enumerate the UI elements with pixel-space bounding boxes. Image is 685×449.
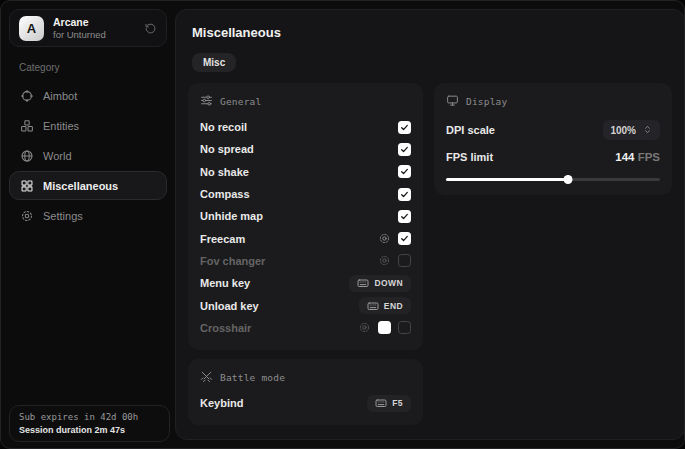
setting-label: Keybind xyxy=(200,397,243,409)
slider-thumb[interactable] xyxy=(563,175,572,184)
setting-controls: DOWN xyxy=(349,275,411,292)
gear-icon[interactable] xyxy=(378,232,391,245)
sidebar-item-entities[interactable]: Entities xyxy=(9,111,167,140)
display-card-header: Display xyxy=(446,94,660,109)
sidebar-item-aimbot[interactable]: Aimbot xyxy=(9,81,167,110)
setting-label: Fov changer xyxy=(200,255,265,267)
left-column: General No recoilNo spreadNo shakeCompas… xyxy=(188,83,423,425)
setting-controls xyxy=(398,143,411,156)
setting-row-compass: Compass xyxy=(200,183,411,205)
grid-icon xyxy=(20,179,34,193)
keyboard-icon xyxy=(375,397,387,409)
sidebar-item-label: Entities xyxy=(43,120,79,132)
setting-label: Compass xyxy=(200,188,250,200)
sidebar-nav: AimbotEntitiesWorldMiscellaneousSettings xyxy=(9,81,167,231)
checkbox-compass[interactable] xyxy=(398,188,411,201)
checkbox-no-shake[interactable] xyxy=(398,165,411,178)
general-card-header: General xyxy=(200,94,411,109)
setting-row-keybind: KeybindF5 xyxy=(200,392,411,414)
subscription-status-card: Sub expires in 42d 00h Session duration … xyxy=(9,405,170,442)
sidebar-item-label: Settings xyxy=(43,210,83,222)
fps-limit-slider[interactable] xyxy=(446,175,660,184)
right-column: Display DPI scale 100% FPS limit 144 xyxy=(434,83,672,195)
refresh-icon[interactable] xyxy=(144,22,157,35)
dpi-scale-select[interactable]: 100% xyxy=(603,120,660,140)
setting-row-fov-changer: Fov changer xyxy=(200,250,411,272)
gear-icon[interactable] xyxy=(378,254,391,267)
setting-label: Menu key xyxy=(200,277,250,289)
setting-label: Crosshair xyxy=(200,322,251,334)
dpi-scale-row: DPI scale 100% xyxy=(446,120,660,140)
color-swatch[interactable] xyxy=(378,321,391,334)
setting-controls: F5 xyxy=(367,395,411,412)
setting-label: Unload key xyxy=(200,300,259,312)
sidebar-item-world[interactable]: World xyxy=(9,141,167,170)
keybind-button-unload-key[interactable]: END xyxy=(359,297,411,314)
sidebar-item-label: Miscellaneous xyxy=(43,180,118,192)
chevrons-up-down-icon xyxy=(642,124,653,137)
crosshair-icon xyxy=(20,89,34,103)
setting-row-no-shake: No shake xyxy=(200,161,411,183)
setting-label: No shake xyxy=(200,166,249,178)
general-card: General No recoilNo spreadNo shakeCompas… xyxy=(188,83,423,350)
setting-row-freecam: Freecam xyxy=(200,227,411,249)
sidebar-item-miscellaneous[interactable]: Miscellaneous xyxy=(9,171,167,200)
setting-controls: END xyxy=(359,297,411,314)
setting-controls xyxy=(378,232,411,245)
sliders-icon xyxy=(200,94,213,109)
setting-row-menu-key: Menu keyDOWN xyxy=(200,272,411,294)
app-header-text: Arcane for Unturned xyxy=(53,16,106,41)
sub-expiry-text: Sub expires in 42d 00h xyxy=(19,412,160,422)
battle-mode-card: Battle mode KeybindF5 xyxy=(188,359,423,425)
category-label: Category xyxy=(19,62,167,73)
gear-icon xyxy=(20,209,34,223)
setting-row-unload-key: Unload keyEND xyxy=(200,294,411,316)
sidebar-item-settings[interactable]: Settings xyxy=(9,201,167,230)
slider-fill xyxy=(446,178,568,181)
checkbox-no-recoil[interactable] xyxy=(398,121,411,134)
keybind-button-keybind[interactable]: F5 xyxy=(367,395,411,412)
keybind-value: DOWN xyxy=(374,278,403,288)
keyboard-icon xyxy=(357,277,369,289)
boxes-icon xyxy=(20,119,34,133)
battle-card-header: Battle mode xyxy=(200,370,411,385)
keybind-button-menu-key[interactable]: DOWN xyxy=(349,275,411,292)
gear-icon[interactable] xyxy=(358,321,371,334)
fps-limit-label: FPS limit xyxy=(446,151,493,163)
setting-row-no-recoil: No recoil xyxy=(200,116,411,138)
session-duration-text: Session duration 2m 47s xyxy=(19,425,160,435)
swords-icon xyxy=(200,370,213,385)
app-logo: A xyxy=(19,16,44,41)
setting-controls xyxy=(398,188,411,201)
checkbox-freecam[interactable] xyxy=(398,232,411,245)
keybind-value: END xyxy=(384,301,403,311)
keyboard-icon xyxy=(367,300,379,312)
display-card: Display DPI scale 100% FPS limit 144 xyxy=(434,83,672,195)
checkbox-fov-changer[interactable] xyxy=(398,254,411,267)
checkbox-unhide-map[interactable] xyxy=(398,210,411,223)
checkbox-no-spread[interactable] xyxy=(398,143,411,156)
app-title: Arcane xyxy=(53,16,106,29)
app-window: A Arcane for Unturned Category AimbotEnt… xyxy=(0,0,685,449)
main-panel: Miscellaneous Misc General No recoilNo s… xyxy=(175,9,685,440)
app-header: A Arcane for Unturned xyxy=(9,9,167,47)
dpi-scale-label: DPI scale xyxy=(446,124,495,136)
checkbox-crosshair[interactable] xyxy=(398,321,411,334)
keybind-value: F5 xyxy=(392,398,403,408)
display-card-title: Display xyxy=(466,96,507,107)
setting-controls xyxy=(378,254,411,267)
setting-row-no-spread: No spread xyxy=(200,138,411,160)
page-title: Miscellaneous xyxy=(192,25,672,40)
setting-label: Unhide map xyxy=(200,210,263,222)
dpi-scale-value: 100% xyxy=(610,125,636,136)
monitor-icon xyxy=(446,94,459,109)
fps-limit-value: 144 FPS xyxy=(615,151,660,163)
setting-controls xyxy=(398,165,411,178)
sidebar-item-label: World xyxy=(43,150,72,162)
setting-label: No recoil xyxy=(200,121,247,133)
setting-controls xyxy=(398,121,411,134)
general-card-title: General xyxy=(220,96,261,107)
fps-unit: FPS xyxy=(638,151,660,163)
sidebar: A Arcane for Unturned Category AimbotEnt… xyxy=(1,1,175,448)
tab-misc[interactable]: Misc xyxy=(192,53,236,72)
